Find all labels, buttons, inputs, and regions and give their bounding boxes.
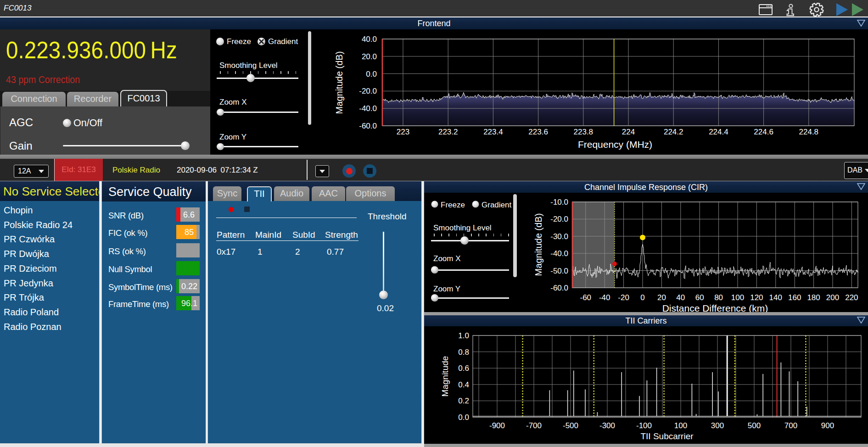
svg-text:-20: -20 (618, 293, 629, 302)
svg-text:-30.0: -30.0 (550, 232, 568, 241)
svg-text:-40: -40 (599, 293, 610, 302)
svg-text:223.2: 223.2 (438, 128, 458, 136)
svg-text:-10.0: -10.0 (550, 198, 568, 207)
svg-text:223.4: 223.4 (483, 128, 503, 136)
svg-text:0.6: 0.6 (458, 364, 469, 373)
svg-text:0.0: 0.0 (366, 70, 377, 78)
svg-text:40.0: 40.0 (362, 35, 377, 44)
svg-text:140: 140 (769, 293, 782, 302)
svg-text:-700: -700 (526, 421, 542, 430)
svg-text:100: 100 (731, 293, 744, 302)
svg-text:223: 223 (397, 128, 409, 136)
svg-text:700: 700 (784, 421, 797, 430)
svg-text:223.6: 223.6 (528, 128, 548, 136)
svg-text:-60: -60 (580, 293, 592, 302)
svg-text:40: 40 (676, 293, 685, 302)
svg-text:0: 0 (640, 293, 644, 302)
svg-text:900: 900 (821, 421, 834, 430)
svg-text:-900: -900 (489, 421, 505, 430)
svg-text:Magnitude: Magnitude (440, 356, 450, 397)
svg-text:0.2: 0.2 (458, 397, 469, 405)
svg-text:200: 200 (826, 293, 839, 302)
svg-text:1.0: 1.0 (458, 331, 469, 340)
svg-text:223.8: 223.8 (574, 128, 594, 136)
svg-text:180: 180 (807, 293, 820, 302)
svg-text:-300: -300 (599, 421, 615, 430)
svg-text:224.2: 224.2 (664, 128, 683, 136)
svg-text:Magnitude (dB): Magnitude (dB) (334, 51, 344, 114)
svg-text:224.4: 224.4 (709, 128, 728, 136)
svg-text:-40.0: -40.0 (550, 249, 568, 258)
svg-text:Distance Difference (km): Distance Difference (km) (662, 303, 768, 312)
svg-text:120: 120 (750, 293, 763, 302)
svg-text:-20.0: -20.0 (550, 215, 568, 224)
svg-text:Frequency (MHz): Frequency (MHz) (578, 139, 652, 150)
svg-text:TII Subcarrier: TII Subcarrier (640, 431, 694, 441)
svg-text:-500: -500 (563, 421, 578, 430)
svg-text:0.8: 0.8 (458, 348, 469, 357)
svg-text:20: 20 (657, 293, 666, 302)
svg-text:-40.0: -40.0 (359, 104, 377, 113)
svg-text:224: 224 (622, 128, 635, 136)
svg-text:0.4: 0.4 (458, 380, 469, 389)
svg-text:-50.0: -50.0 (550, 267, 568, 275)
svg-text:220: 220 (845, 293, 858, 302)
svg-text:Magnitude (dB): Magnitude (dB) (533, 213, 543, 276)
svg-text:224.6: 224.6 (754, 128, 773, 136)
svg-text:-20.0: -20.0 (359, 87, 377, 95)
svg-text:20.0: 20.0 (362, 52, 377, 61)
svg-text:-60.0: -60.0 (550, 284, 568, 292)
svg-text:80: 80 (714, 293, 723, 302)
svg-text:300: 300 (711, 421, 724, 430)
svg-text:500: 500 (748, 421, 761, 430)
svg-text:224.8: 224.8 (799, 128, 819, 136)
svg-text:0.0: 0.0 (458, 413, 469, 422)
svg-text:60: 60 (695, 293, 704, 302)
svg-text:-100: -100 (636, 421, 652, 430)
svg-text:160: 160 (788, 293, 801, 302)
svg-text:-60.0: -60.0 (359, 122, 377, 130)
svg-text:100: 100 (674, 421, 687, 430)
